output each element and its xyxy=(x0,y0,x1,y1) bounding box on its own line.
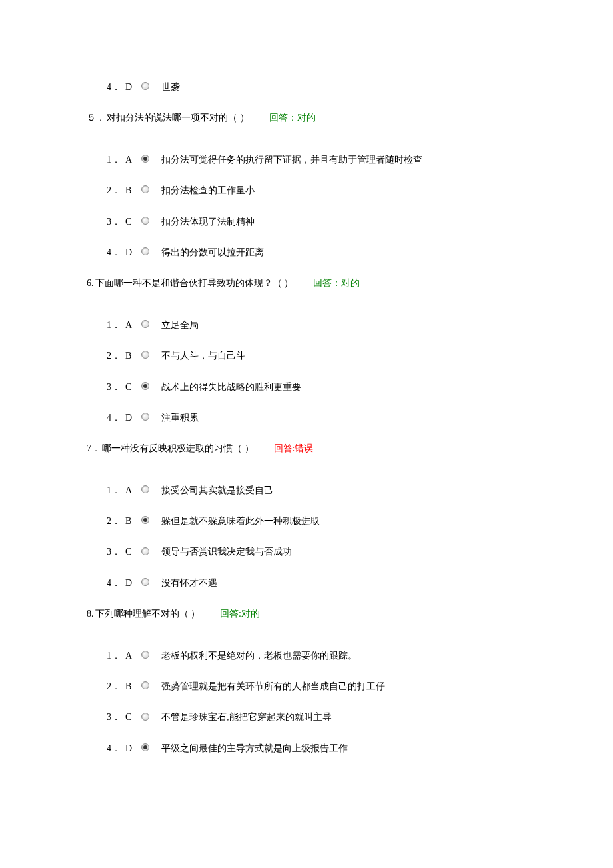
option-text: 平级之间最佳的主导方式就是向上级报告工作 xyxy=(161,741,526,756)
radio-button[interactable] xyxy=(141,185,149,193)
question-number: ５． xyxy=(87,111,105,125)
radio-button[interactable] xyxy=(141,247,149,255)
question-block: 8. 下列哪种理解不对的（ ） 回答:对的 1． A 老板的权利不是绝对的，老板… xyxy=(87,607,526,756)
option-letter: D xyxy=(125,741,141,756)
radio-button[interactable] xyxy=(141,743,149,751)
feedback-label: 回答:对的 xyxy=(220,607,260,621)
options-list: 1． A 立足全局 2． B 不与人斗，与自己斗 3． C 战术上的得失比战略的… xyxy=(107,318,526,426)
radio-button[interactable] xyxy=(141,681,149,689)
option-index: 3． xyxy=(107,380,125,395)
option-letter: A xyxy=(125,318,141,333)
feedback-label: 回答：对的 xyxy=(269,111,316,125)
radio-button[interactable] xyxy=(141,713,149,721)
option-row: 4． D 平级之间最佳的主导方式就是向上级报告工作 xyxy=(107,741,526,756)
option-letter: C xyxy=(125,380,141,395)
option-text: 接受公司其实就是接受自己 xyxy=(161,483,526,498)
option-index: 1． xyxy=(107,153,125,167)
option-letter: C xyxy=(125,710,141,725)
option-row: 3． C 领导与否赏识我决定我与否成功 xyxy=(107,545,526,559)
question-number: 7． xyxy=(87,441,101,456)
option-letter: B xyxy=(125,349,141,363)
option-text: 不与人斗，与自己斗 xyxy=(161,349,526,363)
option-row: 3． C 扣分法体现了法制精神 xyxy=(107,215,526,229)
radio-button[interactable] xyxy=(141,578,149,586)
radio-wrap xyxy=(141,382,161,390)
option-index: 3． xyxy=(107,215,125,229)
radio-wrap xyxy=(141,681,161,689)
option-index: 1． xyxy=(107,649,125,663)
radio-wrap xyxy=(141,217,161,225)
option-index: 3． xyxy=(107,545,125,559)
option-letter: B xyxy=(125,679,141,694)
option-index: 2． xyxy=(107,514,125,529)
option-row: 1． A 立足全局 xyxy=(107,318,526,333)
option-row: 3． C 不管是珍珠宝石,能把它穿起来的就叫主导 xyxy=(107,710,526,725)
option-row: 1． A 接受公司其实就是接受自己 xyxy=(107,483,526,498)
radio-button[interactable] xyxy=(141,320,149,328)
radio-button[interactable] xyxy=(141,547,149,555)
option-index: 1． xyxy=(107,318,125,333)
option-row: 2． B 躲但是就不躲意味着此外一种积极进取 xyxy=(107,514,526,529)
question-text: 下列哪种理解不对的（ ） xyxy=(95,607,201,621)
radio-wrap xyxy=(141,185,161,193)
option-letter: C xyxy=(125,215,141,229)
option-text: 强势管理就是把有关环节所有的人都当成自己的打工仔 xyxy=(161,679,526,694)
option-text: 战术上的得失比战略的胜利更重要 xyxy=(161,380,526,395)
option-text: 没有怀才不遇 xyxy=(161,576,526,591)
orphan-option-row: 4． D 世袭 xyxy=(107,80,526,95)
radio-wrap xyxy=(141,547,161,555)
question-block: ５． 对扣分法的说法哪一项不对的（ ） 回答：对的 1． A 扣分法可觉得任务的… xyxy=(87,111,526,260)
questions-container: ５． 对扣分法的说法哪一项不对的（ ） 回答：对的 1． A 扣分法可觉得任务的… xyxy=(87,111,526,756)
option-row: 2． B 不与人斗，与自己斗 xyxy=(107,349,526,363)
option-letter: B xyxy=(125,514,141,529)
option-index: 4． xyxy=(107,741,125,756)
radio-button[interactable] xyxy=(141,217,149,225)
radio-wrap xyxy=(141,82,161,90)
radio-wrap xyxy=(141,713,161,721)
option-letter: D xyxy=(125,411,141,425)
radio-wrap xyxy=(141,320,161,328)
option-text: 不管是珍珠宝石,能把它穿起来的就叫主导 xyxy=(161,710,526,725)
option-letter: A xyxy=(125,153,141,167)
option-text: 躲但是就不躲意味着此外一种积极进取 xyxy=(161,514,526,529)
question-stem: 7． 哪一种没有反映积极进取的习惯（ ） 回答:错误 xyxy=(87,441,526,456)
radio-button[interactable] xyxy=(141,516,149,524)
option-text: 注重积累 xyxy=(161,411,526,425)
question-block: 6. 下面哪一种不是和谐合伙打导致功的体现？（ ） 回答：对的 1． A 立足全… xyxy=(87,276,526,425)
radio-wrap xyxy=(141,743,161,751)
radio-button[interactable] xyxy=(141,351,149,359)
question-stem: 8. 下列哪种理解不对的（ ） 回答:对的 xyxy=(87,607,526,621)
option-text: 立足全局 xyxy=(161,318,526,333)
options-list: 1． A 老板的权利不是绝对的，老板也需要你的跟踪。 2． B 强势管理就是把有… xyxy=(107,649,526,757)
option-row: 4． D 得出的分数可以拉开距离 xyxy=(107,245,526,260)
option-letter: A xyxy=(125,649,141,663)
option-row: 4． D 没有怀才不遇 xyxy=(107,576,526,591)
option-row: 1． A 扣分法可觉得任务的执行留下证据，并且有助于管理者随时检查 xyxy=(107,153,526,167)
radio-button[interactable] xyxy=(141,82,149,90)
option-index: 4． xyxy=(107,411,125,425)
radio-button[interactable] xyxy=(141,485,149,493)
options-list: 1． A 接受公司其实就是接受自己 2． B 躲但是就不躲意味着此外一种积极进取… xyxy=(107,483,526,591)
question-text: 下面哪一种不是和谐合伙打导致功的体现？（ ） xyxy=(95,276,294,291)
radio-button[interactable] xyxy=(141,651,149,659)
feedback-label: 回答:错误 xyxy=(274,441,314,456)
radio-wrap xyxy=(141,485,161,493)
option-letter: D xyxy=(125,245,141,260)
radio-button[interactable] xyxy=(141,413,149,421)
option-index: 2． xyxy=(107,679,125,694)
option-row: 4． D 注重积累 xyxy=(107,411,526,425)
question-stem: ５． 对扣分法的说法哪一项不对的（ ） 回答：对的 xyxy=(87,111,526,125)
radio-button[interactable] xyxy=(141,155,149,163)
option-text: 得出的分数可以拉开距离 xyxy=(161,245,526,260)
option-row: 2． B 强势管理就是把有关环节所有的人都当成自己的打工仔 xyxy=(107,679,526,694)
radio-wrap xyxy=(141,651,161,659)
question-number: 6. xyxy=(87,276,94,291)
question-text: 哪一种没有反映积极进取的习惯（ ） xyxy=(102,441,254,456)
radio-wrap xyxy=(141,413,161,421)
feedback-label: 回答：对的 xyxy=(313,276,360,291)
question-text: 对扣分法的说法哪一项不对的（ ） xyxy=(107,111,249,125)
option-index: 2． xyxy=(107,183,125,198)
radio-button[interactable] xyxy=(141,382,149,390)
option-letter: D xyxy=(125,576,141,591)
option-index: 4． xyxy=(107,80,125,95)
